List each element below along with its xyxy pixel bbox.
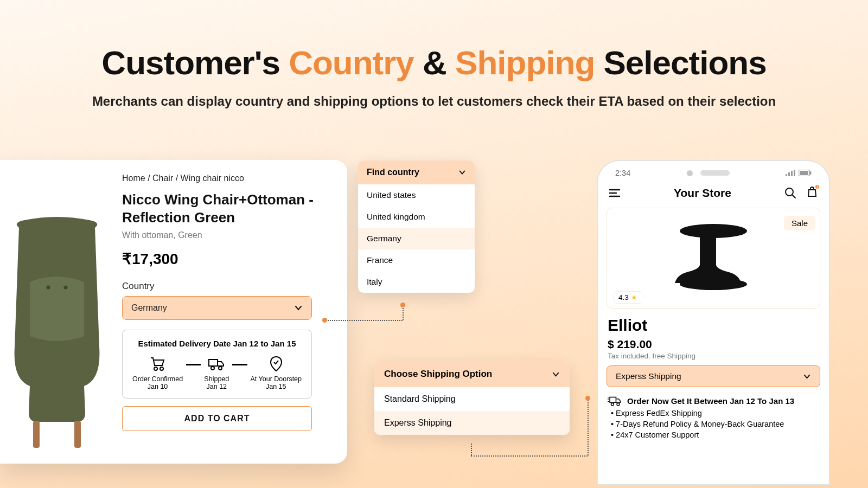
choose-shipping-label: Choose Shipping Option [384, 369, 492, 380]
choose-shipping-dropdown[interactable]: Choose Shipping Option Standard Shipping… [374, 361, 570, 435]
eta-title: Estimated Delivery Date Jan 12 to Jan 15 [132, 339, 302, 348]
svg-rect-12 [794, 170, 795, 176]
connector-line [471, 444, 472, 455]
find-country-label: Find country [367, 168, 419, 177]
connector-line [403, 306, 404, 320]
svg-rect-0 [33, 421, 40, 448]
hero-title: Customer's Country & Shipping Selections [0, 43, 868, 82]
mobile-eta: Order Now Get It Between Jan 12 To Jan 1… [608, 395, 819, 407]
chevron-down-icon [552, 370, 560, 378]
product-image [0, 174, 114, 450]
desktop-product-card: Home / Chair / Wing chair nicco Nicco Wi… [0, 160, 347, 464]
svg-point-8 [219, 367, 222, 370]
product-table-illustration-icon [667, 216, 760, 297]
chair-illustration-icon [3, 217, 111, 450]
svg-rect-19 [610, 397, 616, 403]
country-select-value: Germany [131, 303, 167, 313]
country-option-uk[interactable]: United kingdom [358, 206, 475, 228]
shipping-option-standard[interactable]: Standard Shipping [374, 387, 570, 411]
find-country-dropdown[interactable]: Find country United states United kingdo… [358, 160, 475, 293]
country-select[interactable]: Germany [122, 296, 312, 320]
product-subtitle: With ottoman, Green [122, 230, 326, 240]
eta-box: Estimated Delivery Date Jan 12 to Jan 15… [122, 330, 312, 399]
mobile-product-name: Elliot [608, 316, 819, 335]
svg-rect-14 [800, 171, 808, 175]
country-option-germany[interactable]: Germany [358, 228, 475, 249]
svg-point-5 [160, 367, 163, 370]
mobile-product-card[interactable]: Sale 4.3★ [607, 208, 820, 309]
hero-t3: & [414, 44, 455, 81]
product-title: Nicco Wing Chair+Ottoman - Reflection Gr… [122, 191, 326, 226]
country-option-italy[interactable]: Italy [358, 271, 475, 293]
rating-badge: 4.3★ [614, 291, 642, 304]
menu-icon[interactable] [609, 187, 621, 199]
svg-point-3 [64, 286, 68, 290]
country-option-us[interactable]: United states [358, 184, 475, 206]
mobile-tax-note: Tax included. free Shipping [608, 352, 819, 360]
status-icons [786, 170, 812, 176]
eta-line [186, 364, 201, 365]
product-info: Home / Chair / Wing chair nicco Nicco Wi… [114, 174, 326, 450]
svg-point-20 [611, 403, 614, 406]
connector-line [588, 399, 589, 455]
find-country-head[interactable]: Find country [358, 160, 475, 184]
svg-point-2 [47, 286, 50, 290]
choose-shipping-head[interactable]: Choose Shipping Option [374, 361, 570, 387]
rating-value: 4.3 [618, 293, 629, 301]
mobile-preview: 2:34 Your Store 1 Sale 4.3★ Elliot $ 219… [597, 160, 830, 485]
signal-icon [786, 170, 795, 176]
add-to-cart-button[interactable]: ADD TO CART [122, 406, 312, 431]
search-icon[interactable] [784, 187, 796, 199]
cart-icon [149, 356, 167, 372]
mobile-eta-text: Order Now Get It Between Jan 12 To Jan 1… [627, 396, 794, 406]
hero-t5: Selections [595, 44, 766, 81]
status-time: 2:34 [615, 169, 630, 177]
country-label: Country [122, 281, 326, 292]
battery-icon [799, 170, 812, 176]
status-bar: 2:34 [598, 161, 829, 181]
hero-sub: Merchants can display country and shippi… [0, 94, 868, 109]
mobile-shipping-value: Experss Shipping [616, 371, 681, 381]
mobile-shipping-select[interactable]: Experss Shipping [607, 365, 820, 387]
bullet-2: • 7-Days Refund Policy & Money-Back Guar… [611, 420, 816, 428]
svg-rect-10 [788, 172, 790, 176]
star-icon: ★ [631, 293, 637, 301]
svg-point-21 [617, 403, 620, 406]
svg-rect-15 [810, 171, 812, 175]
svg-rect-9 [786, 174, 787, 176]
svg-point-4 [154, 367, 157, 370]
hero-t1: Customer's [101, 44, 289, 81]
bullet-1: • Express FedEx Shipping [611, 409, 816, 418]
connector-dot-icon [585, 396, 590, 401]
connector-line [471, 455, 588, 457]
svg-rect-1 [74, 421, 81, 448]
shipping-option-express[interactable]: Experss Shipping [374, 411, 570, 435]
product-price: ₹17,300 [122, 250, 326, 268]
hero-t2: Country [289, 44, 414, 81]
chevron-down-icon [458, 169, 466, 176]
svg-point-18 [680, 278, 747, 290]
svg-point-16 [786, 188, 793, 196]
hero-t4: Shipping [455, 44, 595, 81]
bullet-3: • 24x7 Customer Support [611, 431, 816, 439]
eta-line [232, 364, 247, 365]
eta-steps: Order Confirmed Jan 10 Shipped Jan 12 At… [132, 356, 302, 390]
connector-dot-icon [322, 318, 327, 323]
store-title: Your Store [674, 187, 731, 200]
breadcrumb[interactable]: Home / Chair / Wing chair nicco [122, 174, 326, 183]
mobile-product-price: $ 219.00 [608, 338, 819, 351]
store-header: Your Store 1 [598, 181, 829, 206]
speaker-pill-icon [700, 170, 730, 176]
eta-step-confirmed: Order Confirmed Jan 10 [132, 356, 183, 390]
notch [687, 170, 730, 176]
connector-dot-icon [400, 303, 405, 307]
location-check-icon [267, 356, 285, 372]
country-option-france[interactable]: France [358, 249, 475, 271]
chevron-down-icon [294, 304, 303, 312]
connector-line [324, 320, 403, 321]
sale-badge: Sale [784, 216, 815, 230]
truck-icon [207, 356, 226, 372]
chevron-down-icon [803, 373, 811, 381]
cart-button[interactable]: 1 [806, 186, 818, 200]
hero-section: Customer's Country & Shipping Selections… [0, 0, 868, 109]
